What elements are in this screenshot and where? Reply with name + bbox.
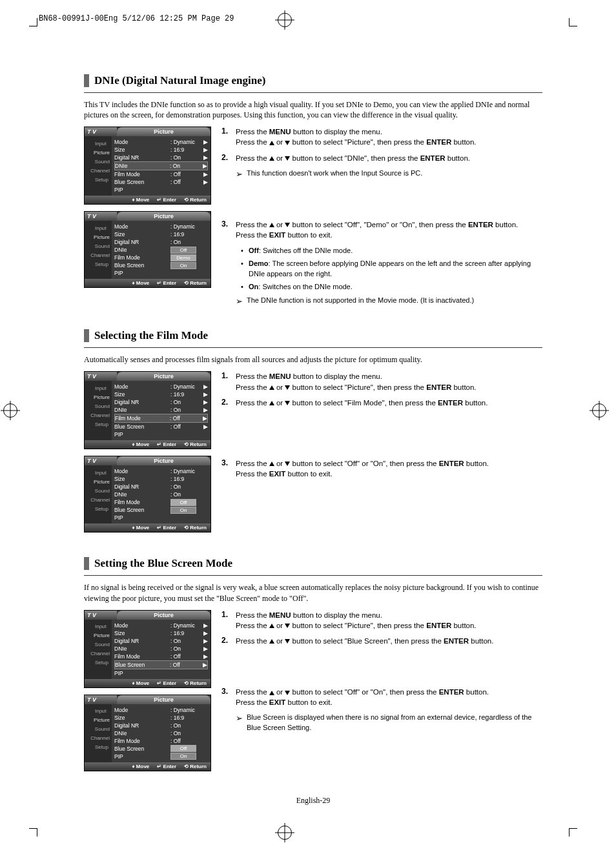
osd-menu-row: Size: 16:9▶ (114, 146, 208, 154)
osd-main: Mode: DynamicSize: 16:9Digital NR: OnDNI… (112, 465, 210, 523)
osd-title: Picture (117, 372, 210, 381)
osd-menu-row: Blue ScreenOn (114, 261, 208, 269)
osd-menu-row: Mode: Dynamic (114, 467, 208, 475)
instruction-step: 2.Press the or button to select "DNIe", … (221, 153, 542, 163)
osd-menu-row: Digital NR: On (114, 722, 208, 729)
instruction-step: 3.Press the or button to select "Off" or… (221, 458, 542, 479)
step-body: Press the or button to select "Off" or "… (236, 458, 542, 479)
page-content: DNIe (Digital Natural Image engine)This … (84, 74, 542, 806)
osd-sidebar-item: Channel (85, 166, 112, 175)
osd-footer: ♦ Move↵ Enter⟲ Return (85, 679, 210, 687)
crop-mark (29, 18, 37, 26)
step-number: 1. (221, 371, 236, 392)
osd-foot-label: ♦ Move (131, 280, 150, 286)
note: ➢Blue Screen is displayed when there is … (236, 713, 542, 733)
manual-page: BN68-00991J-00Eng 5/12/06 12:25 PM Page … (0, 0, 616, 843)
osd-screenshot: T VPictureInputPictureSoundChannelSetupM… (84, 456, 211, 533)
osd-tv-label: T V (85, 695, 117, 704)
step-number: 1. (221, 610, 236, 631)
osd-menu-row: Digital NR: On (114, 483, 208, 491)
osd-menu-row: DNIe: On (114, 729, 208, 737)
osd-title: Picture (117, 212, 210, 221)
osd-sidebar-item: Sound (85, 401, 112, 411)
osd-foot-label: ⟲ Return (183, 280, 207, 286)
osd-sidebar-item: Channel (85, 649, 112, 658)
osd-sidebar-item: Setup (85, 504, 112, 513)
osd-menu-row: Blue Screen: Off▶ (114, 178, 208, 186)
step-number: 3. (221, 458, 236, 479)
osd-foot-label: ⟲ Return (183, 442, 207, 447)
osd-menu-row: PIP (114, 269, 208, 277)
section-intro: If no signal is being received or the si… (84, 582, 542, 603)
osd-sidebar-item: Setup (85, 259, 112, 269)
osd-menu-row: PIP (114, 186, 208, 194)
osd-title: Picture (117, 456, 210, 465)
osd-tv-label: T V (85, 127, 117, 136)
section-intro: Automatically senses and processes film … (84, 354, 542, 365)
instruction-step: 2.Press the or button to select "Blue Sc… (221, 636, 542, 646)
step-number: 1. (221, 127, 236, 147)
osd-menu-row: PIPOn (114, 753, 208, 760)
instruction-step: 3.Press the or button to select "Off" or… (221, 687, 542, 707)
osd-sidebar-item: Input (85, 139, 112, 148)
osd-sidebar-item: Channel (85, 495, 112, 504)
osd-foot-label: ↵ Enter (156, 680, 176, 686)
osd-sidebar: InputPictureSoundChannelSetup (85, 620, 112, 679)
osd-footer: ♦ Move↵ Enter⟲ Return (85, 279, 210, 287)
osd-sidebar-item: Setup (85, 658, 112, 667)
osd-menu-row: PIP (114, 514, 208, 522)
osd-sidebar-item: Picture (85, 232, 112, 241)
osd-sidebar: InputPictureSoundChannelSetup (85, 136, 112, 196)
instruction-step: 1.Press the MENU button to display the m… (221, 127, 542, 147)
page-footer: English-29 (84, 796, 542, 806)
osd-menu-row: Film Mode: Off▶ (114, 414, 208, 423)
registration-mark (3, 403, 17, 418)
registration-mark (278, 826, 292, 840)
osd-menu-row: Blue ScreenOff (114, 745, 208, 753)
osd-menu-row: Size: 16:9▶ (114, 391, 208, 398)
osd-sidebar-item: Input (85, 468, 112, 477)
osd-main: Mode: DynamicSize: 16:9Digital NR: OnDNI… (112, 221, 210, 279)
osd-sidebar-item: Input (85, 707, 112, 716)
osd-sidebar-item: Sound (85, 640, 112, 649)
step-body: Press the MENU button to display the men… (236, 127, 542, 147)
step-body: Press the or button to select "Blue Scre… (236, 636, 542, 646)
osd-sidebar-item: Sound (85, 486, 112, 495)
osd-menu-row: PIP (114, 431, 208, 438)
step-body: Press the or button to select "DNIe", th… (236, 153, 542, 163)
osd-foot-label: ♦ Move (131, 197, 150, 203)
osd-sidebar: InputPictureSoundChannelSetup (85, 465, 112, 523)
osd-screenshot: T VPictureInputPictureSoundChannelSetupM… (84, 127, 211, 205)
osd-tv-label: T V (85, 456, 117, 465)
registration-mark (278, 13, 292, 27)
osd-sidebar-item: Input (85, 622, 112, 631)
osd-foot-label: ♦ Move (131, 764, 150, 769)
osd-screenshot: T VPictureInputPictureSoundChannelSetupM… (84, 211, 211, 288)
osd-foot-label: ⟲ Return (183, 680, 207, 686)
crop-mark (29, 828, 37, 837)
osd-title: Picture (117, 695, 210, 704)
osd-menu-row: PIP (114, 669, 208, 677)
osd-foot-label: ♦ Move (131, 680, 150, 686)
osd-foot-label: ↵ Enter (156, 525, 176, 531)
osd-menu-row: Film Mode: Off▶ (114, 653, 208, 660)
osd-menu-row: Blue Screen: Off▶ (114, 423, 208, 431)
osd-foot-label: ⟲ Return (183, 525, 207, 531)
step-body: Press the or button to select "Off", "De… (236, 219, 542, 240)
osd-title: Picture (117, 127, 210, 136)
osd-footer: ♦ Move↵ Enter⟲ Return (85, 523, 210, 532)
osd-menu-row: DNIe: On▶ (114, 406, 208, 414)
step-number: 2. (221, 398, 236, 408)
manual-section: Setting the Blue Screen ModeIf no signal… (84, 557, 542, 777)
osd-tv-label: T V (85, 611, 117, 620)
osd-column: T VPictureInputPictureSoundChannelSetupM… (84, 371, 210, 539)
note: ➢This function doesn't work when the Inp… (236, 168, 542, 180)
osd-screenshot: T VPictureInputPictureSoundChannelSetupM… (84, 610, 211, 688)
osd-menu-row: Digital NR: On▶ (114, 637, 208, 645)
instruction-step: 2.Press the or button to select "Film Mo… (221, 398, 542, 408)
osd-menu-row: Blue ScreenOn (114, 506, 208, 514)
section-heading: Selecting the Film Mode (84, 329, 542, 342)
crop-mark (569, 828, 577, 837)
osd-footer: ♦ Move↵ Enter⟲ Return (85, 762, 210, 771)
instruction-step: 1.Press the MENU button to display the m… (221, 610, 542, 631)
